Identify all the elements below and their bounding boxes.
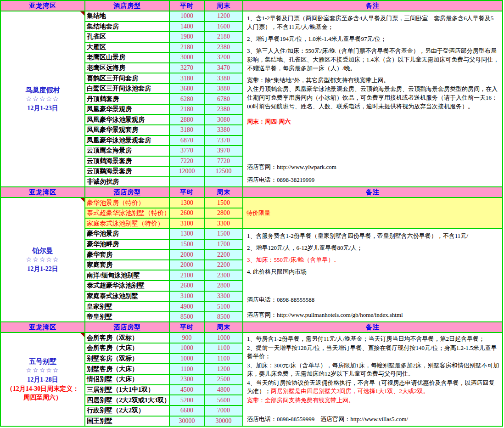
weekday-price-cell: 30000 <box>170 417 205 427</box>
weekend-price-cell: 3380 <box>205 125 243 136</box>
comment-marker-icon <box>80 11 84 16</box>
room-type-cell: 帝皇别墅 <box>85 312 170 323</box>
weekday-price-cell: 5200 <box>170 395 205 406</box>
notes-header: 备注 <box>243 1 503 11</box>
weekday-price-cell: 1300 <box>170 198 205 208</box>
weekday-price-cell: 1100 <box>170 364 205 375</box>
note-line: 2、增订早餐194元/位，1.0米-1.4米儿童早餐97元/位； <box>247 34 499 43</box>
weekend-price-cell: 6780 <box>205 94 243 105</box>
room-type-cell: 别墅客房（大床） <box>85 364 170 375</box>
room-type-cell: 豪华套房 <box>85 250 170 260</box>
hotel-info-cell: 鸟巢度假村 ☆☆☆☆☆ 12月1-23日 <box>1 11 85 187</box>
hotel-star-rating: ☆☆☆☆☆ <box>26 366 60 375</box>
comment-marker-icon <box>80 198 84 202</box>
room-type-cell: 豪华池畔房 <box>85 240 170 250</box>
room-type-cell: 情侣别墅（大床） <box>85 375 170 385</box>
room-type-cell: 泰式超豪华泳池别墅 <box>85 281 170 292</box>
room-type-cell: 豪华池景房（特价） <box>85 198 170 208</box>
hotel-name: 鸟巢度假村 <box>26 85 60 95</box>
hotel-name: 铂尔曼 <box>33 246 53 255</box>
hotel-star-rating: ☆☆☆☆☆ <box>26 95 60 104</box>
weekday-price-cell: 2180 <box>170 105 205 115</box>
room-type-cell: 集结地套房 <box>85 22 170 33</box>
weekend-price-cell: 3970 <box>205 146 243 157</box>
weekday-header: 平时 <box>170 187 205 198</box>
note-line: 1、含1-2早餐及门票（两间卧室套房至多含4人早餐及门票，三间卧室 套房最多含6… <box>247 14 499 31</box>
room-type-cell: 集结地 <box>85 11 170 22</box>
note-line: 3、第三人入住/加床：550元/床/晚（含单门票不含早餐不含基金），另由于受酒店… <box>247 46 499 73</box>
weekend-price-cell: 1200 <box>205 364 243 375</box>
hotel-website: 酒店官网：http://www.pullmanhotels.com/gb/hom… <box>247 310 499 319</box>
room-type-cell: 老鹰区远海房 <box>85 63 170 74</box>
hotel-phone: 酒店电话：0898-88555588 <box>247 295 499 304</box>
weekend-price-cell: 2380 <box>205 105 243 115</box>
room-type-cell: 家庭泰式泳池别墅 <box>85 292 170 302</box>
weekend-price-cell: 1700 <box>205 240 243 250</box>
weekend-price-cell: 30000 <box>205 417 243 427</box>
hotel-weekend-definition: （12月14-30日周末定义：周四至周六） <box>1 384 84 402</box>
note-line: 宽带：除“集结地”外，其它房型都支持有线宽带上网。 <box>247 76 499 84</box>
note-line: 1、每房含1-2份早餐，需另付11元/人/晚基金；当天订房当日均不含早餐，第2日… <box>247 335 499 343</box>
weekend-price-cell: 3300 <box>205 292 243 302</box>
weekday-price-cell <box>170 177 205 188</box>
weekday-price-cell: 2180 <box>170 43 205 53</box>
weekend-definition: 周末：周四-周六 <box>247 117 499 126</box>
room-type-cell: 孔雀区 <box>85 32 170 43</box>
hotel-valid-dates: 12月1-22日 <box>27 265 58 274</box>
hotel-valid-dates: 12月1-23日 <box>27 104 58 113</box>
hotel-name: 五号别墅 <box>29 357 56 366</box>
weekend-price-cell: 2200 <box>205 260 243 271</box>
weekend-price-cell: 2180 <box>205 32 243 43</box>
weekend-price-cell: 3470 <box>205 63 243 74</box>
weekend-price-cell: 2200 <box>205 250 243 260</box>
weekday-price-cell: 3180 <box>170 125 205 136</box>
weekday-price-cell: 1000 <box>170 344 205 354</box>
room-type-header: 酒店房型 <box>85 187 170 198</box>
weekend-price-cell: 7370 <box>205 136 243 146</box>
room-type-cell: 白鹭区三开间泳池套房 <box>85 84 170 95</box>
weekend-price-cell: 1100 <box>205 354 243 365</box>
region-header: 亚龙湾区 <box>1 322 85 333</box>
weekday-price-cell: 2100 <box>170 270 205 281</box>
weekend-price-cell: 3380 <box>205 73 243 84</box>
weekend-price-cell: 3080 <box>205 115 243 125</box>
weekday-price-cell: 3270 <box>170 63 205 74</box>
hotel-price-sheet: 亚龙湾区 酒店房型 平时 周末 备注 鸟巢度假村 ☆☆☆☆☆ 12月1-23日 … <box>0 0 503 427</box>
weekend-header: 周末 <box>205 322 243 333</box>
weekday-price-cell: 8500 <box>170 312 205 323</box>
weekend-price-cell: 7000 <box>205 406 243 417</box>
room-type-cell: 豪华池景房 <box>85 229 170 240</box>
hotel-star-rating: ☆☆☆☆☆ <box>26 255 60 265</box>
weekend-price-cell: 3200 <box>205 53 243 63</box>
note-line: 2、增早120元/人，6-12岁儿童早餐80元/人； <box>247 243 499 252</box>
weekday-price-cell: 2880 <box>170 115 205 125</box>
room-type-cell: 行政别墅（2大2双） <box>85 406 170 417</box>
weekday-price-cell: 3770 <box>170 146 205 157</box>
note-line: 入住丹顶鹤套房、凤凰豪华泳池景观套房、云顶鹤海景套房、云顶鹳海景套房类型的房间，… <box>247 84 499 111</box>
region-header: 亚龙湾区 <box>1 1 85 11</box>
room-type-cell: 凤凰豪华景观套房 <box>85 125 170 136</box>
weekday-price-cell: 7220 <box>170 157 205 167</box>
weekend-price-cell: 2380 <box>205 43 243 53</box>
weekend-price-cell: 8500 <box>205 312 243 323</box>
room-type-header: 酒店房型 <box>85 1 170 11</box>
hotel-website: 酒店官网：http://www.ylwpark.com <box>247 163 499 171</box>
room-type-cell: 凤凰豪华泳池景观套房 <box>85 136 170 146</box>
weekend-header: 周末 <box>205 1 243 11</box>
room-type-cell: 云顶鹳海景套房 <box>85 167 170 177</box>
hotel-contact: 酒店电话：0898-88559999 酒店官网：http://www.villa… <box>247 415 499 423</box>
section-niaochao-resort: 亚龙湾区 酒店房型 平时 周末 备注 鸟巢度假村 ☆☆☆☆☆ 12月1-23日 … <box>0 1 503 187</box>
room-type-cell: 家庭泰式泳池别墅（特价） <box>85 219 170 229</box>
notes-cell: 1、含服务费含1-2份早餐（皇家别墅含四份早餐，帝皇别墅含六份早餐），不含11元… <box>243 229 503 322</box>
weekday-price-cell: 4900 <box>170 302 205 312</box>
weekend-price-cell: 3880 <box>205 84 243 95</box>
hotel-info-cell: 五号别墅 ☆☆☆☆☆ 12月1-28日 （12月14-30日周末定义：周四至周六… <box>1 333 85 427</box>
hotel-phone: 酒店电话：0898-38219999 <box>247 175 499 184</box>
hotel-valid-dates: 12月1-28日 <box>27 375 58 384</box>
weekday-price-cell: 3680 <box>170 84 205 95</box>
weekend-price-cell <box>205 177 243 188</box>
weekend-price-cell: 5100 <box>205 302 243 312</box>
weekday-price-cell: 1300 <box>170 229 205 240</box>
special-price-note-cell: 特价限量 <box>243 198 503 229</box>
note-line: 1、含服务费含1-2份早餐（皇家别墅含四份早餐，帝皇别墅含六份早餐），不含11元… <box>247 231 499 240</box>
